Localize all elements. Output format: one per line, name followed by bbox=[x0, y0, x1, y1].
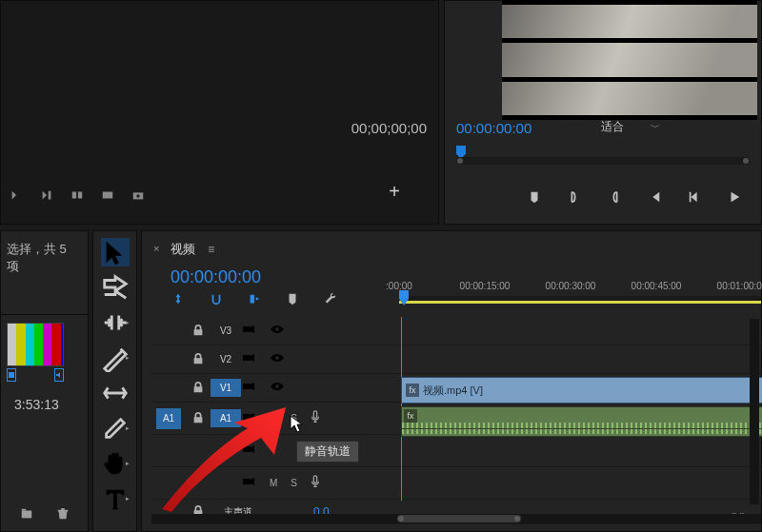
settings-wrench-icon[interactable] bbox=[323, 291, 338, 306]
project-selection-text: 选择，共 5 项 bbox=[1, 231, 88, 315]
track-label[interactable]: V1 bbox=[211, 379, 241, 397]
audio-clip[interactable]: fx bbox=[401, 406, 762, 437]
program-timecode[interactable]: 00:00:00:00 bbox=[456, 120, 531, 136]
mark-out-icon[interactable] bbox=[39, 187, 54, 203]
source-timecode[interactable]: 00;00;00;00 bbox=[351, 120, 427, 136]
svg-rect-0 bbox=[72, 192, 76, 199]
project-panel: 选择，共 5 项 3:53:13 bbox=[0, 230, 89, 532]
lock-icon[interactable] bbox=[190, 380, 206, 395]
insert-mode-icon[interactable] bbox=[170, 291, 186, 306]
svg-rect-11 bbox=[243, 414, 251, 420]
toggle-visibility-icon[interactable] bbox=[270, 379, 285, 397]
svg-rect-5 bbox=[9, 372, 14, 378]
voiceover-icon[interactable] bbox=[311, 410, 320, 425]
mouse-cursor-icon bbox=[290, 415, 303, 434]
svg-point-4 bbox=[136, 194, 140, 198]
tooltip: 静音轨道 bbox=[296, 441, 359, 463]
timeline-panel: × 视频 ≡ 00:00:00:00 :00:00 00:00:15:00 00… bbox=[141, 230, 762, 532]
clip-duration: 3:53:13 bbox=[14, 397, 88, 412]
hand-tool[interactable]: ▸ bbox=[101, 449, 130, 478]
track-output-icon[interactable] bbox=[241, 474, 256, 492]
tools-panel: ▸ ▸ ▸ ▸ ▸ ▸ bbox=[92, 230, 137, 532]
program-monitor-panel: 00:00:00:00 适合 ﹀ bbox=[444, 0, 762, 225]
clip-thumbnail[interactable] bbox=[7, 323, 64, 384]
program-scrollbar[interactable] bbox=[456, 157, 750, 165]
proxy-badge-icon bbox=[7, 368, 16, 382]
track-output-icon[interactable] bbox=[241, 409, 256, 427]
track-output-icon[interactable] bbox=[241, 350, 256, 368]
mark-in-icon[interactable] bbox=[9, 187, 24, 203]
timeline-ruler[interactable]: :00:00 00:00:15:00 00:00:30:00 00:00:45:… bbox=[390, 281, 761, 304]
svg-rect-7 bbox=[21, 509, 25, 511]
mark-out-icon[interactable] bbox=[607, 189, 622, 205]
slip-tool[interactable]: ▸ bbox=[101, 379, 130, 407]
ruler-tick: 00:00:45:00 bbox=[632, 281, 682, 291]
timeline-h-scrollbar[interactable] bbox=[151, 514, 761, 523]
marker-icon[interactable] bbox=[285, 291, 300, 306]
linked-selection-icon[interactable] bbox=[247, 291, 262, 306]
mute-toggle[interactable]: M bbox=[270, 478, 277, 488]
sequence-name[interactable]: 视频 bbox=[170, 242, 195, 256]
step-back-icon[interactable] bbox=[687, 189, 702, 205]
clip-label: 视频.mp4 [V] bbox=[423, 384, 483, 398]
lock-icon[interactable] bbox=[190, 323, 206, 338]
play-icon[interactable] bbox=[727, 189, 742, 205]
video-clip[interactable]: fx 视频.mp4 [V] bbox=[401, 377, 762, 404]
go-to-in-icon[interactable] bbox=[647, 189, 662, 205]
lock-icon[interactable] bbox=[190, 351, 206, 366]
track-label[interactable]: V2 bbox=[211, 354, 241, 365]
pen-tool[interactable]: ▸ bbox=[101, 414, 130, 443]
snap-icon[interactable] bbox=[209, 291, 224, 306]
clip-area[interactable]: fx 视频.mp4 [V] fx bbox=[390, 317, 761, 501]
track-output-icon[interactable] bbox=[241, 322, 256, 340]
ripple-edit-tool[interactable]: ▸ bbox=[101, 308, 130, 337]
ruler-tick: 00:00:15:00 bbox=[460, 281, 511, 291]
track-output-icon[interactable] bbox=[241, 442, 256, 460]
program-preview-image bbox=[502, 0, 757, 120]
razor-tool[interactable] bbox=[101, 344, 130, 372]
track-label[interactable]: A1 bbox=[211, 409, 241, 427]
overwrite-icon[interactable] bbox=[100, 187, 115, 203]
source-patch-a1[interactable]: A1 bbox=[156, 408, 181, 429]
add-button-icon[interactable]: + bbox=[389, 181, 400, 203]
voiceover-icon[interactable] bbox=[311, 475, 320, 490]
ruler-tick: :00:00 bbox=[386, 281, 412, 291]
trash-icon[interactable] bbox=[55, 506, 70, 522]
svg-rect-2 bbox=[103, 192, 113, 199]
new-bin-icon[interactable] bbox=[19, 506, 34, 522]
work-area-bar[interactable] bbox=[399, 301, 761, 304]
svg-rect-10 bbox=[243, 384, 251, 389]
fx-badge-icon: fx bbox=[406, 384, 419, 397]
svg-rect-9 bbox=[243, 355, 251, 361]
ruler-tick: 00:01:00:00 bbox=[717, 281, 762, 291]
color-bars-icon bbox=[7, 323, 64, 366]
track-output-icon[interactable] bbox=[241, 379, 256, 397]
ruler-labels: :00:00 00:00:15:00 00:00:30:00 00:00:45:… bbox=[390, 281, 761, 294]
svg-rect-12 bbox=[243, 446, 251, 452]
solo-toggle[interactable]: S bbox=[291, 478, 297, 488]
insert-icon[interactable] bbox=[70, 187, 85, 203]
track-label[interactable]: V3 bbox=[211, 325, 241, 336]
svg-rect-1 bbox=[78, 192, 82, 199]
selection-tool[interactable] bbox=[101, 238, 130, 266]
toggle-visibility-icon[interactable] bbox=[270, 350, 285, 368]
source-transport-bar bbox=[9, 187, 146, 203]
program-scrubber[interactable] bbox=[456, 146, 750, 165]
track-select-tool[interactable]: ▸ bbox=[101, 273, 130, 302]
export-frame-icon[interactable] bbox=[130, 187, 146, 203]
zoom-fit-label: 适合 bbox=[601, 119, 624, 135]
close-tab-icon[interactable]: × bbox=[153, 243, 159, 254]
type-tool[interactable]: ▸ bbox=[101, 484, 130, 513]
mark-in-icon[interactable] bbox=[567, 189, 582, 205]
mute-toggle[interactable]: M bbox=[270, 413, 277, 424]
add-marker-icon[interactable] bbox=[527, 189, 542, 205]
source-monitor-panel: 00;00;00;00 + bbox=[0, 0, 439, 225]
lock-icon[interactable] bbox=[190, 410, 206, 425]
ruler-tick: 00:00:30:00 bbox=[546, 281, 596, 291]
timeline-v-scrollbar[interactable] bbox=[750, 319, 759, 504]
zoom-fit-dropdown[interactable]: 适合 ﹀ bbox=[601, 119, 660, 135]
fx-badge-icon: fx bbox=[404, 409, 417, 423]
panel-menu-icon[interactable]: ≡ bbox=[208, 243, 216, 256]
waveform bbox=[402, 423, 762, 434]
toggle-visibility-icon[interactable] bbox=[270, 322, 285, 340]
